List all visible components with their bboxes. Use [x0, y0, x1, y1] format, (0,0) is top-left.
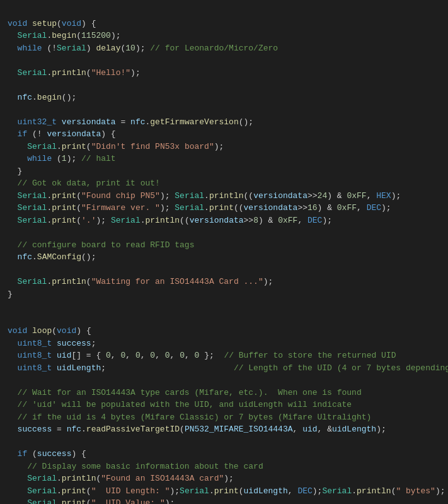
line-36: if (success) { [8, 449, 86, 459]
line-28: uint8_t uid[] = { 0, 0, 0, 0, 0, 0, 0 };… [8, 351, 396, 360]
line-19: // configure board to read RFID tags [8, 240, 194, 250]
line-13: } [8, 167, 22, 176]
line-10: if (! versiondata) { [8, 129, 116, 139]
line-12: while (1); // halt [8, 154, 116, 163]
line-31: // Wait for an ISO14443A type cards (Mif… [8, 388, 362, 397]
line-17: Serial.print('.'); Serial.println((versi… [8, 216, 332, 225]
line-37: // Display some basic information about … [8, 462, 263, 471]
line-20: nfc.SAMConfig(); [8, 252, 96, 262]
line-39: Serial.print(" UID Length: ");Serial.pri… [8, 486, 445, 496]
line-9: uint32_t versiondata = nfc.getFirmwareVe… [8, 117, 253, 127]
code-editor: void setup(void) { Serial.begin(115200);… [0, 0, 448, 504]
line-33: // if the uid is 4 bytes (Mifare Classic… [8, 413, 371, 422]
line-7: nfc.begin(); [8, 93, 76, 102]
line-22: Serial.println("Waiting for an ISO14443A… [8, 277, 273, 286]
line-29: uint8_t uidLength; // Length of the UID … [8, 363, 448, 373]
line-16: Serial.print("Firmware ver. "); Serial.p… [8, 203, 391, 213]
line-1: void setup(void) { [8, 19, 96, 28]
line-11: Serial.print("Didn't find PN53x board"); [8, 142, 224, 151]
line-2: Serial.begin(115200); [8, 31, 120, 40]
line-23: } [8, 290, 13, 299]
line-32: // 'uid' will be populated with the UID,… [8, 400, 352, 409]
line-38: Serial.println("Found an ISO14443A card"… [8, 474, 234, 483]
line-15: Serial.print("Found chip PN5"); Serial.p… [8, 191, 401, 201]
line-5: Serial.println("Hello!"); [8, 68, 141, 78]
line-40: Serial.print(" UID Value: "); [8, 498, 175, 504]
line-34: success = nfc.readPassiveTargetID(PN532_… [8, 425, 386, 434]
line-14: // Got ok data, print it out! [8, 179, 160, 188]
line-27: uint8_t success; [8, 339, 96, 348]
line-3: while (!Serial) delay(10); // for Leonar… [8, 44, 278, 53]
line-26: void loop(void) { [8, 326, 91, 336]
